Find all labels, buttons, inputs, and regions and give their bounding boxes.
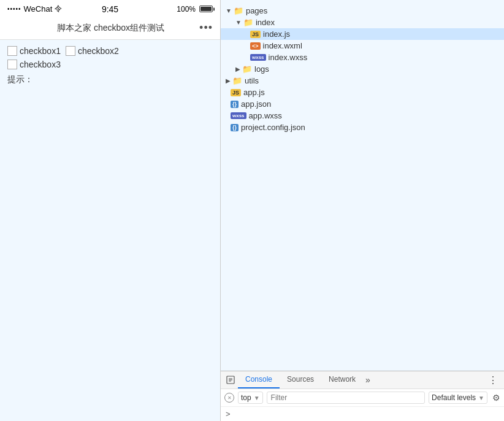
folder-icon-logs: 📁 bbox=[242, 64, 252, 74]
badge-wxss-app: wxss bbox=[231, 112, 246, 119]
phone-header: 脚本之家 checkbox组件测试 ••• bbox=[0, 18, 220, 40]
arrow-pages: ▼ bbox=[226, 7, 232, 14]
checkbox-box-3[interactable] bbox=[7, 60, 17, 69]
tree-label-app-json: app.json bbox=[241, 99, 271, 109]
tree-item-logs[interactable]: ▶ 📁 logs bbox=[221, 63, 504, 75]
arrow-logs: ▶ bbox=[235, 66, 240, 72]
wifi-icon: 令 bbox=[55, 4, 62, 14]
battery-icon bbox=[199, 6, 213, 12]
folder-icon-pages: 📁 bbox=[234, 6, 243, 15]
folder-icon-utils: 📁 bbox=[232, 76, 242, 85]
console-level-label: Default levels bbox=[432, 393, 476, 402]
status-right: 100% bbox=[177, 5, 213, 14]
tree-item-index-wxml[interactable]: <> index.wxml bbox=[221, 40, 504, 52]
console-output: > bbox=[221, 407, 504, 421]
checkbox-label-1: checkbox1 bbox=[20, 46, 61, 56]
tree-item-pages[interactable]: ▼ 📁 pages bbox=[221, 5, 504, 17]
battery-percent: 100% bbox=[177, 5, 196, 14]
phone-content: checkbox1 checkbox2 checkbox3 提示： bbox=[0, 40, 220, 421]
tree-item-index-wxss[interactable]: wxss index.wxss bbox=[221, 52, 504, 63]
tab-sources[interactable]: Sources bbox=[280, 371, 321, 388]
arrow-index: ▼ bbox=[235, 19, 242, 26]
header-menu-button[interactable]: ••• bbox=[199, 21, 213, 34]
signal-dots: ••••• bbox=[7, 6, 21, 12]
tree-label-index-wxss: index.wxss bbox=[269, 53, 308, 62]
carrier-label: WeChat bbox=[24, 4, 53, 14]
checkbox-box-1[interactable] bbox=[7, 46, 17, 56]
tree-item-app-wxss[interactable]: wxss app.wxss bbox=[221, 110, 504, 122]
phone-simulator: ••••• WeChat 令 9:45 100% 脚本之家 checkbox组件… bbox=[0, 0, 221, 421]
status-time: 9:45 bbox=[102, 4, 118, 14]
tree-item-utils[interactable]: ▶ 📁 utils bbox=[221, 75, 504, 87]
badge-js-app: JS bbox=[231, 89, 241, 96]
tab-network[interactable]: Network bbox=[321, 371, 363, 388]
tree-item-app-js[interactable]: JS app.js bbox=[221, 87, 504, 98]
console-filter-input[interactable] bbox=[267, 392, 425, 404]
badge-xml-index: <> bbox=[250, 42, 261, 50]
chevron-down-icon: ▼ bbox=[254, 395, 260, 401]
tree-item-index[interactable]: ▼ 📁 index bbox=[221, 17, 504, 28]
console-tabs: Console Sources Network » ⋮ bbox=[221, 371, 504, 389]
status-left: ••••• WeChat 令 bbox=[7, 4, 62, 14]
hint-label: 提示： bbox=[7, 74, 33, 84]
tree-label-index: index bbox=[256, 18, 275, 27]
tab-console[interactable]: Console bbox=[238, 371, 280, 388]
phone-title: 脚本之家 checkbox组件测试 bbox=[57, 23, 164, 34]
tree-label-index-js: index.js bbox=[263, 29, 290, 39]
console-settings-icon[interactable]: ⚙ bbox=[492, 393, 500, 403]
tree-label-index-wxml: index.wxml bbox=[263, 41, 302, 50]
console-clear-button[interactable] bbox=[224, 393, 234, 403]
badge-json-project: {} bbox=[231, 124, 239, 131]
checkbox-row-1: checkbox1 checkbox2 bbox=[7, 46, 213, 56]
checkbox-item-1[interactable]: checkbox1 bbox=[7, 46, 61, 56]
checkbox-row-2: checkbox3 bbox=[7, 60, 213, 69]
badge-js-index: JS bbox=[250, 31, 261, 38]
badge-json-app: {} bbox=[231, 101, 239, 108]
checkbox-box-2[interactable] bbox=[66, 46, 75, 56]
phone-status-bar: ••••• WeChat 令 9:45 100% bbox=[0, 0, 220, 18]
arrow-utils: ▶ bbox=[226, 77, 231, 84]
console-inspect-icon[interactable] bbox=[223, 371, 238, 388]
tree-label-app-js: app.js bbox=[243, 88, 265, 97]
console-panel: Console Sources Network » ⋮ top ▼ Defaul… bbox=[221, 371, 504, 421]
console-toolbar: top ▼ Default levels ▼ ⚙ bbox=[221, 389, 504, 407]
file-tree: ▼ 📁 pages ▼ 📁 index JS index.js <> index… bbox=[221, 0, 504, 371]
tree-label-app-wxss: app.wxss bbox=[249, 111, 282, 120]
tree-item-index-js[interactable]: JS index.js bbox=[221, 28, 504, 40]
checkbox-item-3[interactable]: checkbox3 bbox=[7, 60, 61, 69]
tree-label-utils: utils bbox=[245, 76, 259, 85]
checkbox-label-2: checkbox2 bbox=[78, 46, 119, 56]
console-level-select[interactable]: Default levels ▼ bbox=[429, 392, 487, 404]
console-menu-icon[interactable]: ⋮ bbox=[484, 374, 502, 386]
folder-icon-index: 📁 bbox=[243, 18, 253, 27]
console-prompt[interactable]: > bbox=[226, 409, 231, 419]
tree-item-project-config[interactable]: {} project.config.json bbox=[221, 122, 504, 133]
console-context-select[interactable]: top ▼ bbox=[238, 392, 263, 404]
checkbox-label-3: checkbox3 bbox=[20, 60, 61, 69]
console-context-label: top bbox=[241, 393, 251, 402]
tree-label-project-config: project.config.json bbox=[241, 123, 305, 132]
ide-panel: ▼ 📁 pages ▼ 📁 index JS index.js <> index… bbox=[221, 0, 504, 421]
hint-row: 提示： bbox=[7, 74, 213, 85]
badge-wxss-index: wxss bbox=[250, 54, 266, 61]
checkbox-item-2[interactable]: checkbox2 bbox=[66, 46, 119, 56]
tab-more-icon[interactable]: » bbox=[363, 375, 373, 385]
tree-item-app-json[interactable]: {} app.json bbox=[221, 98, 504, 110]
chevron-level-icon: ▼ bbox=[478, 395, 484, 401]
tree-label-logs: logs bbox=[254, 64, 269, 74]
tree-label-pages: pages bbox=[246, 6, 267, 15]
